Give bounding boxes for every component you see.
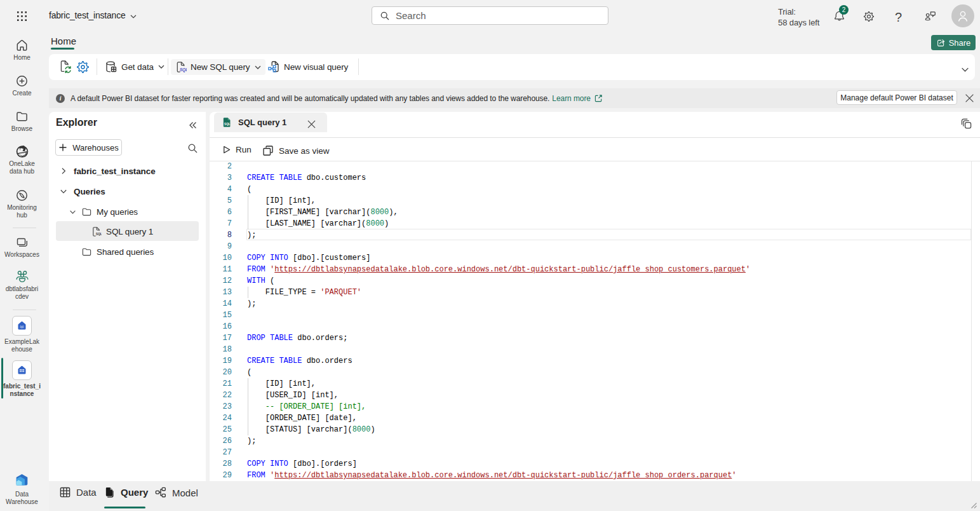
svg-text:SQL: SQL <box>224 123 231 126</box>
svg-text:SQL: SQL <box>96 232 102 236</box>
svg-text:SQL: SQL <box>180 67 187 72</box>
